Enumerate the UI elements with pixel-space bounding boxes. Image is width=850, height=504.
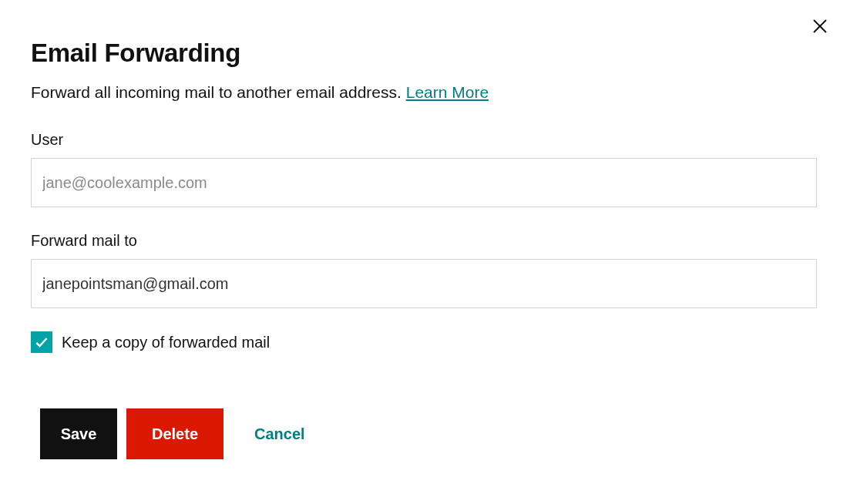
keep-copy-label[interactable]: Keep a copy of forwarded mail <box>62 334 270 351</box>
close-icon <box>811 17 829 35</box>
cancel-button[interactable]: Cancel <box>254 425 305 443</box>
keep-copy-row: Keep a copy of forwarded mail <box>31 331 819 353</box>
learn-more-link[interactable]: Learn More <box>406 83 489 101</box>
keep-copy-checkbox[interactable] <box>31 331 52 353</box>
user-field: User <box>31 131 819 207</box>
delete-button[interactable]: Delete <box>126 408 223 459</box>
close-button[interactable] <box>809 15 831 37</box>
description-text: Forward all incoming mail to another ema… <box>31 83 406 101</box>
user-label: User <box>31 131 819 149</box>
user-input <box>31 158 817 207</box>
page-description: Forward all incoming mail to another ema… <box>31 83 819 102</box>
button-row: Save Delete Cancel <box>31 408 819 459</box>
page-title: Email Forwarding <box>31 39 819 68</box>
email-forwarding-dialog: Email Forwarding Forward all incoming ma… <box>0 0 850 490</box>
save-button[interactable]: Save <box>40 408 117 459</box>
checkmark-icon <box>34 334 49 350</box>
forward-to-input[interactable] <box>31 259 817 308</box>
forward-to-field: Forward mail to <box>31 232 819 308</box>
forward-to-label: Forward mail to <box>31 232 819 250</box>
